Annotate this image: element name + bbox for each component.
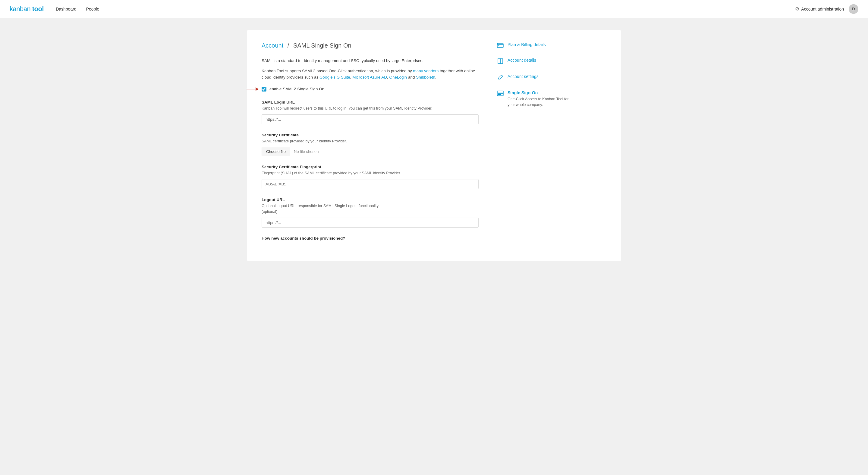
shibboleth-link[interactable]: Shibboleth <box>416 75 435 79</box>
arrow-indicator <box>247 87 258 91</box>
fingerprint-label: Security Certificate Fingerprint <box>261 165 478 169</box>
svg-rect-6 <box>498 93 503 94</box>
fingerprint-section: Security Certificate Fingerprint Fingerp… <box>261 165 478 189</box>
sidebar-item-plan-billing[interactable]: Plan & Billing details <box>497 42 575 49</box>
breadcrumb: Account / SAML Single Sign On <box>261 42 478 49</box>
many-vendors-link[interactable]: many vendors <box>413 69 439 73</box>
description-line1: SAML is a standard for identity manageme… <box>261 58 478 64</box>
choose-file-button[interactable]: Choose file <box>262 147 290 156</box>
svg-rect-2 <box>498 45 499 46</box>
provisioning-section: How new accounts should be provisioned? <box>261 236 478 240</box>
logout-url-desc2: (optional) <box>261 209 277 214</box>
account-details-text: Account details <box>507 58 536 64</box>
book-icon <box>497 58 504 66</box>
account-settings-link[interactable]: Account settings <box>507 74 538 79</box>
user-avatar[interactable]: D <box>849 4 858 14</box>
main-content: Account / SAML Single Sign On SAML is a … <box>261 42 478 249</box>
sidebar-item-account-settings[interactable]: Account settings <box>497 74 575 82</box>
login-url-desc: Kanban Tool will redirect users to this … <box>261 106 478 111</box>
plan-billing-text: Plan & Billing details <box>507 42 546 48</box>
nav-people[interactable]: People <box>86 7 99 11</box>
nav-right: ⚙ Account administration D <box>795 4 858 14</box>
content-card: Account / SAML Single Sign On SAML is a … <box>247 30 621 261</box>
google-suite-link[interactable]: Google's G Suite <box>319 75 350 79</box>
azure-ad-link[interactable]: Microsoft Azure AD <box>352 75 387 79</box>
breadcrumb-separator: / <box>287 42 289 49</box>
onelogin-link[interactable]: OneLogin <box>390 75 407 79</box>
arrow-head <box>255 87 258 91</box>
single-sign-on-text: Single Sign-On One-Click Access to Kanba… <box>507 90 575 108</box>
certificate-desc: SAML certificate provided by your Identi… <box>261 138 478 144</box>
svg-rect-7 <box>498 94 501 95</box>
breadcrumb-account-link[interactable]: Account <box>261 42 283 49</box>
certificate-section: Security Certificate SAML certificate pr… <box>261 133 478 157</box>
account-settings-text: Account settings <box>507 74 538 80</box>
logout-url-desc: Optional logout URL, responsible for SAM… <box>261 203 478 215</box>
fingerprint-input[interactable] <box>261 179 478 189</box>
description-line2: Kanban Tool supports SAML2 based One-Cli… <box>261 68 478 81</box>
edit-icon <box>497 74 504 82</box>
single-sign-on-desc: One-Click Access to Kanban Tool for your… <box>507 97 569 107</box>
svg-rect-0 <box>497 43 503 47</box>
top-navigation: kanban tool Dashboard People ⚙ Account a… <box>0 0 868 18</box>
saml-enable-checkbox[interactable] <box>261 87 267 92</box>
no-file-label: No file chosen <box>290 147 322 156</box>
account-details-link[interactable]: Account details <box>507 58 536 63</box>
logo[interactable]: kanban tool <box>10 5 44 13</box>
saml-enable-label[interactable]: enable SAML2 Single Sign On <box>270 87 324 91</box>
single-sign-on-link[interactable]: Single Sign-On <box>507 90 575 95</box>
gear-icon: ⚙ <box>795 6 799 12</box>
breadcrumb-current: SAML Single Sign On <box>293 42 351 49</box>
nav-links: Dashboard People <box>56 7 795 11</box>
sign-on-icon <box>497 91 504 98</box>
login-url-label: SAML Login URL <box>261 100 478 104</box>
fingerprint-desc: Fingerprint (SHA1) of the SAML certifica… <box>261 170 478 176</box>
login-url-section: SAML Login URL Kanban Tool will redirect… <box>261 100 478 124</box>
logout-url-section: Logout URL Optional logout URL, responsi… <box>261 198 478 228</box>
logout-url-input[interactable] <box>261 217 478 228</box>
credit-card-icon <box>497 42 504 49</box>
saml-checkbox-row: enable SAML2 Single Sign On <box>261 87 478 92</box>
login-url-input[interactable] <box>261 114 478 124</box>
arrow-line <box>247 89 255 90</box>
logout-url-label: Logout URL <box>261 198 478 202</box>
plan-billing-link[interactable]: Plan & Billing details <box>507 42 546 47</box>
nav-dashboard[interactable]: Dashboard <box>56 7 76 11</box>
sidebar: Plan & Billing details Account details <box>497 42 575 249</box>
certificate-label: Security Certificate <box>261 133 478 137</box>
page-wrapper: Account / SAML Single Sign On SAML is a … <box>223 18 645 273</box>
account-admin-label: Account administration <box>801 7 844 11</box>
sidebar-item-account-details[interactable]: Account details <box>497 58 575 66</box>
account-admin-link[interactable]: ⚙ Account administration <box>795 6 844 12</box>
sidebar-item-single-sign-on[interactable]: Single Sign-On One-Click Access to Kanba… <box>497 90 575 108</box>
file-input-container: Choose file No file chosen <box>261 147 400 156</box>
provisioning-label: How new accounts should be provisioned? <box>261 236 478 240</box>
logout-url-desc1: Optional logout URL, responsible for SAM… <box>261 204 379 208</box>
